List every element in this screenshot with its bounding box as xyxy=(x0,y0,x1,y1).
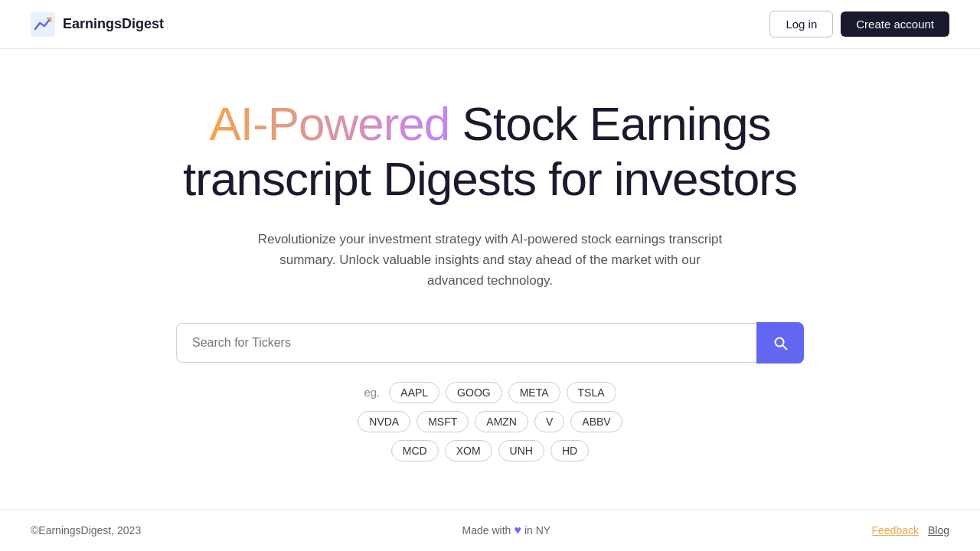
ticker-row-1: eg. AAPL GOOG META TSLA xyxy=(364,382,616,403)
nav-buttons: Log in Create account xyxy=(769,11,949,37)
ticker-chip-meta[interactable]: META xyxy=(508,382,560,403)
footer-links: Feedback Blog xyxy=(871,524,949,536)
ticker-eg-label: eg. xyxy=(364,386,380,399)
ticker-chip-aapl[interactable]: AAPL xyxy=(389,382,439,403)
ticker-chip-nvda[interactable]: NVDA xyxy=(358,411,410,432)
ticker-chip-msft[interactable]: MSFT xyxy=(416,411,469,432)
ticker-area: eg. AAPL GOOG META TSLA NVDA MSFT AMZN V… xyxy=(358,382,622,461)
ticker-chip-goog[interactable]: GOOG xyxy=(446,382,502,403)
ticker-chip-unh[interactable]: UNH xyxy=(498,440,544,461)
ticker-chip-mcd[interactable]: MCD xyxy=(391,440,439,461)
blog-link[interactable]: Blog xyxy=(928,524,949,536)
ticker-row-3: MCD XOM UNH HD xyxy=(391,440,589,461)
footer-in-ny: in NY xyxy=(524,524,550,536)
footer-copyright: ©EarningsDigest, 2023 xyxy=(31,524,141,536)
ticker-row-2: NVDA MSFT AMZN V ABBV xyxy=(358,411,622,432)
ticker-chip-tsla[interactable]: TSLA xyxy=(567,382,616,403)
logo-icon xyxy=(31,12,55,37)
ticker-chip-xom[interactable]: XOM xyxy=(445,440,492,461)
heart-icon: ♥ xyxy=(514,523,521,537)
search-icon xyxy=(772,334,789,351)
logo-text: EarningsDigest xyxy=(63,16,164,32)
footer-center: Made with ♥ in NY xyxy=(462,523,551,537)
ticker-chip-abbv[interactable]: ABBV xyxy=(570,411,622,432)
footer-made-with: Made with xyxy=(462,524,511,536)
ticker-chip-hd[interactable]: HD xyxy=(550,440,589,461)
login-button[interactable]: Log in xyxy=(769,11,833,37)
logo[interactable]: EarningsDigest xyxy=(31,12,164,37)
hero-subtitle: Revolutionize your investment strategy w… xyxy=(253,229,727,292)
search-container xyxy=(176,322,804,364)
feedback-link[interactable]: Feedback xyxy=(871,524,918,536)
ticker-chip-v[interactable]: V xyxy=(534,411,564,432)
hero-title: AI-Powered Stock Earningstranscript Dige… xyxy=(183,96,797,206)
search-button[interactable] xyxy=(756,322,804,364)
hero-title-gradient: AI-Powered xyxy=(209,97,449,150)
create-account-button[interactable]: Create account xyxy=(841,11,949,37)
search-input[interactable] xyxy=(176,323,756,363)
ticker-chip-amzn[interactable]: AMZN xyxy=(475,411,528,432)
